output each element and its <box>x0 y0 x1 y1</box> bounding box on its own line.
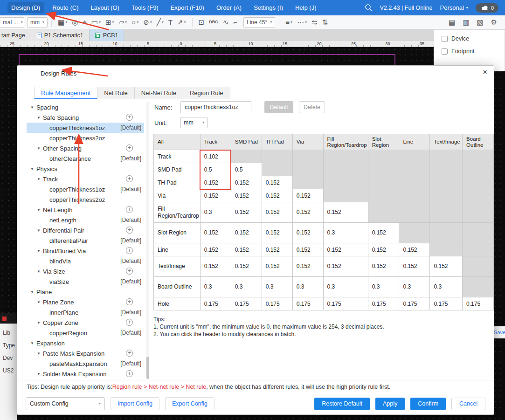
matrix-cell[interactable]: 0.175 <box>200 297 231 310</box>
matrix-col-header-th-pad[interactable]: TH Pad <box>262 134 292 150</box>
matrix-cell[interactable]: 0.152 <box>231 176 262 189</box>
equal-length-icon[interactable]: ∿ <box>223 19 229 26</box>
restore-default-button[interactable]: Restore Default <box>314 398 370 410</box>
matrix-cell[interactable]: 0.102 <box>200 150 231 163</box>
doc-tab-tart-page[interactable]: tart Page <box>0 29 31 41</box>
matrix-cell[interactable]: 0.152 <box>292 243 323 256</box>
tree-item-via-size[interactable]: ▼Via Size+ <box>27 266 144 276</box>
matrix-col-header-via[interactable]: Via <box>292 134 323 150</box>
tree-item-differential-pair[interactable]: ▼Differential Pair+ <box>27 225 144 235</box>
tree-item-net-length[interactable]: ▼Net Length+ <box>27 205 144 215</box>
matrix-col-header-slot-region[interactable]: Slot Region <box>368 134 399 150</box>
matrix-cell[interactable]: 0.152 <box>430 256 463 277</box>
matrix-cell[interactable]: 0.152 <box>292 202 323 223</box>
matrix-cell[interactable]: 0.152 <box>231 202 262 223</box>
add-rule-button[interactable]: + <box>126 247 133 254</box>
tree-item-spacing[interactable]: ▼Spacing <box>27 102 144 112</box>
tree-item-copperthickness1oz[interactable]: copperThickness1oz[Default] <box>27 123 144 133</box>
add-rule-button[interactable]: + <box>126 227 133 234</box>
account-menu[interactable]: Personal ▾ <box>440 4 468 11</box>
tree-item-physics[interactable]: ▼Physics <box>27 164 144 174</box>
matrix-row-header[interactable]: Slot Region <box>154 223 201 243</box>
add-rule-button[interactable]: + <box>126 268 133 275</box>
matrix-cell[interactable]: 0.152 <box>292 223 323 243</box>
matrix-row-header[interactable]: Fill Region/Teardrop <box>154 202 201 223</box>
matrix-cell[interactable]: 0.175 <box>231 297 262 310</box>
apply-button[interactable]: Apply <box>375 398 405 410</box>
matrix-cell[interactable]: 0.175 <box>323 297 368 310</box>
matrix-cell[interactable]: 0.152 <box>323 256 368 277</box>
matrix-cell[interactable]: 0.152 <box>399 256 430 277</box>
tab-net-rule[interactable]: Net Rule <box>97 87 135 99</box>
matrix-col-header-text-image[interactable]: Text/Image <box>430 134 463 150</box>
menu-tools-f9[interactable]: Tools (F9) <box>131 4 159 11</box>
distribute-icon[interactable]: ⋯▾ <box>297 19 307 26</box>
matrix-cell[interactable]: 0.3 <box>292 277 323 297</box>
flip-horizontal-icon[interactable]: ⇋ <box>311 19 318 26</box>
matrix-cell[interactable]: 0.3 <box>368 277 399 297</box>
menu-route-c[interactable]: Route (C) <box>52 4 78 11</box>
unit-select[interactable]: mm ▾ <box>180 117 208 128</box>
matrix-cell[interactable]: 0.3 <box>430 277 463 297</box>
unit-toolbar-select[interactable]: mm ▾ <box>27 17 48 28</box>
matrix-cell[interactable]: 0.152 <box>262 223 292 243</box>
add-rule-button[interactable]: + <box>126 114 133 121</box>
config-select[interactable]: Custom Config ▾ <box>26 397 105 410</box>
matrix-cell[interactable]: 0.152 <box>262 256 292 277</box>
matrix-cell[interactable]: 0.152 <box>262 176 292 189</box>
matrix-cell[interactable]: 0.152 <box>200 189 231 202</box>
tree-item-safe-spacing[interactable]: ▼Safe Spacing+ <box>27 112 144 123</box>
matrix-cell[interactable]: 0.3 <box>200 202 231 223</box>
add-rule-button[interactable]: + <box>126 298 133 305</box>
menu-layout-o[interactable]: Layout (O) <box>90 4 119 11</box>
text-tool-icon[interactable]: T <box>168 19 173 26</box>
tab-region-rule[interactable]: Region Rule <box>183 87 230 99</box>
tree-item-viasize[interactable]: viaSize[Default] <box>27 276 144 287</box>
matrix-col-header-fill-region-teardrop[interactable]: Fill Region/Teardrop <box>323 134 368 150</box>
matrix-cell[interactable]: 0.152 <box>262 189 292 202</box>
add-rule-button[interactable]: + <box>126 319 133 326</box>
matrix-col-header-track[interactable]: Track <box>200 134 231 150</box>
delete-button[interactable]: Delete <box>299 101 325 113</box>
matrix-row-header[interactable]: Via <box>154 189 201 202</box>
grid-style-select[interactable]: mal ... ▾ <box>0 17 24 28</box>
tree-item-copper-zone[interactable]: ▼Copper Zone+ <box>27 317 144 328</box>
matrix-cell[interactable]: 0.152 <box>200 256 231 277</box>
add-rule-button[interactable]: + <box>126 370 133 377</box>
tree-item-differentialpair[interactable]: differentialPair[Default] <box>27 235 144 246</box>
matrix-cell[interactable]: 0.175 <box>463 297 494 310</box>
matrix-row-header[interactable]: Hole <box>154 297 201 310</box>
keepout-tool-icon[interactable]: ⊘▾ <box>143 19 152 26</box>
matrix-cell[interactable]: 0.3 <box>231 277 262 297</box>
tree-item-pastemaskexpansion[interactable]: pasteMaskExpansion[Default] <box>27 358 144 369</box>
export-config-button[interactable]: Export Config <box>165 397 214 410</box>
menu-order-a[interactable]: Order (A) <box>216 4 242 11</box>
add-rule-button[interactable]: + <box>126 350 133 357</box>
tree-item-netlength[interactable]: netLength[Default] <box>27 215 144 225</box>
checkbox-footprint[interactable] <box>442 48 448 55</box>
tree-item-copperthickness1oz[interactable]: copperThickness1oz[Default] <box>27 184 144 194</box>
route-icon[interactable]: ⌐ <box>233 19 237 26</box>
menu-design-d[interactable]: Design (D) <box>7 2 44 13</box>
tree-item-blindvia[interactable]: blindVia[Default] <box>27 256 144 266</box>
matrix-cell[interactable]: 0.152 <box>200 176 231 189</box>
origin-icon[interactable]: ◎ <box>72 19 78 26</box>
doc-tab-pcb1[interactable]: PCB1 <box>90 29 125 41</box>
matrix-cell[interactable]: 0.5 <box>200 163 231 176</box>
matrix-row-header[interactable]: Track <box>154 150 201 163</box>
matrix-cell[interactable]: 0.175 <box>430 297 463 310</box>
polygon-tool-icon[interactable]: ▱▾ <box>119 19 127 26</box>
panel-left-icon[interactable]: ▤ <box>449 19 455 26</box>
align-icon[interactable]: ≡▾ <box>285 19 292 26</box>
panel-bottom-icon[interactable]: ▥ <box>463 19 469 26</box>
menu-help-j[interactable]: Help (J) <box>295 4 317 11</box>
tree-item-track[interactable]: ▼Track+ <box>27 174 144 184</box>
matrix-cell[interactable]: 0.3 <box>200 277 231 297</box>
tree-item-expansion[interactable]: ▼Expansion <box>27 338 144 348</box>
pad-tool-icon[interactable]: ⊞▾ <box>105 19 114 26</box>
close-icon[interactable]: × <box>483 68 487 76</box>
tab-net-net-rule[interactable]: Net-Net Rule <box>135 87 183 99</box>
ellipse-tool-icon[interactable]: ○▾ <box>131 19 138 26</box>
import-changes-icon[interactable]: ⊡ <box>199 19 205 26</box>
matrix-cell[interactable]: 0.152 <box>262 243 292 256</box>
